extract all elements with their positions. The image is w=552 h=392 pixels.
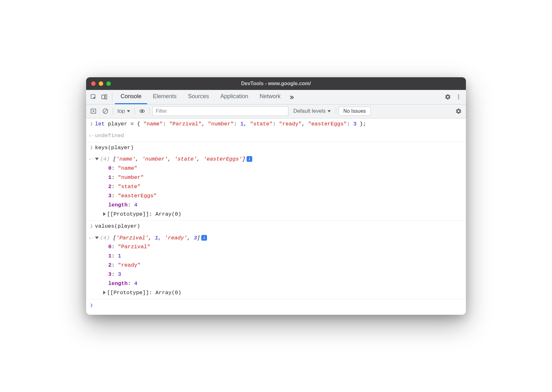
log-levels-selector[interactable]: Default levels xyxy=(291,108,333,114)
expand-toggle-icon[interactable] xyxy=(95,158,99,160)
tab-elements[interactable]: Elements xyxy=(147,90,182,104)
info-badge-icon[interactable]: i xyxy=(201,235,207,241)
array-entry[interactable]: length: 4 xyxy=(95,201,463,210)
console-output-row: ‹⋅undefined xyxy=(86,130,466,142)
prompt-chevron-icon: ❯ xyxy=(88,301,95,310)
tab-sources[interactable]: Sources xyxy=(182,90,215,104)
output-chevron-icon: ‹⋅ xyxy=(88,131,95,140)
array-entry[interactable]: 0: "name" xyxy=(95,164,463,173)
toolbar-divider xyxy=(113,108,113,115)
output-chevron-icon: ‹⋅ xyxy=(88,234,95,243)
console-code[interactable]: values(player) xyxy=(95,222,463,231)
tab-network[interactable]: Network xyxy=(254,90,286,104)
console-code[interactable]: keys(player) xyxy=(95,143,463,153)
console-code[interactable]: let player = { "name": "Parzival", "numb… xyxy=(95,120,463,129)
traffic-lights xyxy=(86,81,111,86)
devtools-tabbar: ConsoleElementsSourcesApplicationNetwork xyxy=(86,90,466,104)
console-toolbar: top Default levels No Issues xyxy=(86,104,466,118)
array-entry[interactable]: 1: 1 xyxy=(95,252,463,261)
toolbar-divider xyxy=(135,108,135,115)
devtools-window: DevTools - www.google.com/ ConsoleElemen… xyxy=(86,77,466,315)
prototype-row[interactable]: [[Prototype]]: Array(0) xyxy=(95,210,463,219)
svg-rect-2 xyxy=(105,95,107,99)
dropdown-icon xyxy=(127,110,130,112)
svg-point-3 xyxy=(458,95,459,96)
array-entry[interactable]: 3: 3 xyxy=(95,270,463,279)
toolbar-divider xyxy=(149,108,150,115)
console-output: ❯let player = { "name": "Parzival", "num… xyxy=(86,118,466,315)
console-prompt-row[interactable]: ❯ xyxy=(86,299,466,313)
more-tabs-icon[interactable] xyxy=(286,92,297,102)
array-result: (4) ['name', 'number', 'state', 'easterE… xyxy=(95,155,463,219)
console-input-row: ❯let player = { "name": "Parzival", "num… xyxy=(86,118,466,130)
context-selector[interactable]: top xyxy=(116,107,132,115)
tab-console[interactable]: Console xyxy=(115,90,147,104)
svg-point-4 xyxy=(458,97,459,98)
array-entry[interactable]: 3: "easterEggs" xyxy=(95,192,463,201)
maximize-window-button[interactable] xyxy=(106,81,111,86)
array-entry[interactable]: 2: "ready" xyxy=(95,261,463,270)
expand-toggle-icon[interactable] xyxy=(103,291,106,294)
console-input-row: ❯values(player) xyxy=(86,221,466,232)
svg-rect-1 xyxy=(102,95,105,99)
kebab-menu-icon[interactable] xyxy=(453,92,464,102)
device-toolbar-icon[interactable] xyxy=(99,92,110,102)
input-chevron-icon: ❯ xyxy=(88,143,95,152)
panel-tabs: ConsoleElementsSourcesApplicationNetwork xyxy=(115,90,286,104)
array-entry[interactable]: 2: "state" xyxy=(95,182,463,192)
console-settings-icon[interactable] xyxy=(454,106,463,116)
close-window-button[interactable] xyxy=(91,81,96,86)
svg-point-5 xyxy=(458,98,459,99)
clear-console-icon[interactable] xyxy=(101,106,110,116)
sidebar-toggle-icon[interactable] xyxy=(89,106,98,116)
tab-application[interactable]: Application xyxy=(215,90,254,104)
input-chevron-icon: ❯ xyxy=(88,222,95,231)
input-chevron-icon: ❯ xyxy=(88,120,95,129)
issues-button[interactable]: No Issues xyxy=(339,107,371,116)
prototype-row[interactable]: [[Prototype]]: Array(0) xyxy=(95,288,463,298)
svg-line-8 xyxy=(104,110,107,113)
settings-icon[interactable] xyxy=(442,92,453,102)
info-badge-icon[interactable]: i xyxy=(247,156,252,162)
minimize-window-button[interactable] xyxy=(99,81,103,86)
array-summary[interactable]: (4) ['Parzival', 1, 'ready', 3]i xyxy=(95,234,463,243)
console-result: undefined xyxy=(95,131,463,141)
output-chevron-icon: ‹⋅ xyxy=(88,155,95,164)
console-output-row: ‹⋅(4) ['name', 'number', 'state', 'easte… xyxy=(86,154,466,220)
filter-input[interactable] xyxy=(152,106,288,116)
array-entry[interactable]: length: 4 xyxy=(95,279,463,288)
tabbar-divider xyxy=(112,93,112,101)
svg-point-10 xyxy=(141,110,143,112)
expand-toggle-icon[interactable] xyxy=(95,237,99,239)
dropdown-icon xyxy=(328,110,331,112)
expand-toggle-icon[interactable] xyxy=(103,212,106,216)
array-summary[interactable]: (4) ['name', 'number', 'state', 'easterE… xyxy=(95,155,463,164)
live-expression-icon[interactable] xyxy=(137,106,147,116)
titlebar: DevTools - www.google.com/ xyxy=(86,77,466,90)
console-output-row: ‹⋅(4) ['Parzival', 1, 'ready', 3]i0: "Pa… xyxy=(86,232,466,299)
window-title: DevTools - www.google.com/ xyxy=(86,81,466,86)
console-input-row: ❯keys(player) xyxy=(86,142,466,154)
toolbar-divider xyxy=(336,108,336,115)
array-entry[interactable]: 1: "number" xyxy=(95,173,463,182)
levels-label: Default levels xyxy=(293,108,326,114)
array-result: (4) ['Parzival', 1, 'ready', 3]i0: "Parz… xyxy=(95,234,463,298)
context-label: top xyxy=(117,108,125,114)
array-entry[interactable]: 0: "Parzival" xyxy=(95,243,463,252)
inspect-element-icon[interactable] xyxy=(88,92,99,102)
